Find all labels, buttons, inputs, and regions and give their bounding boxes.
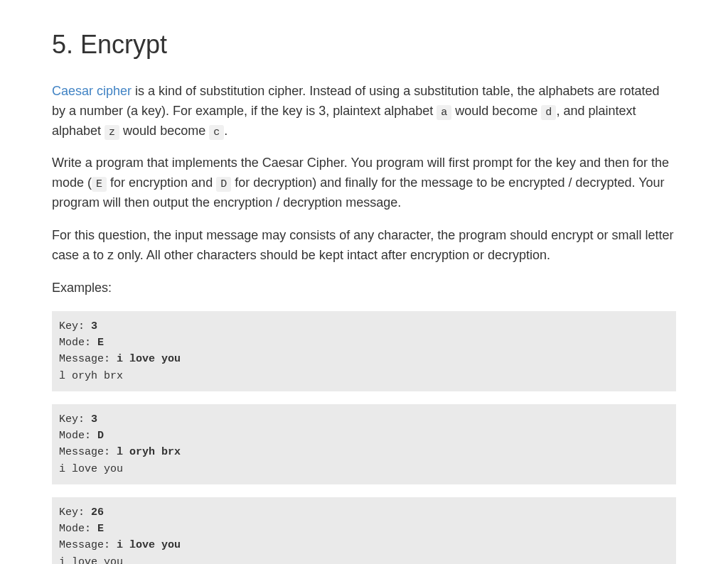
text: Mode: [59,430,97,442]
text: Key: [59,320,91,332]
code-inline: E [92,177,107,192]
constraints-paragraph: For this question, the input message may… [52,226,676,266]
input-value: l oryh brx [117,446,181,458]
text: Key: [59,413,91,425]
input-value: 3 [91,320,97,332]
page-title: 5. Encrypt [52,25,676,65]
text: Key: [59,506,91,519]
text: Message: [59,446,117,458]
code-inline: a [437,105,451,120]
input-value: E [97,337,104,349]
output-value: i love you [59,556,123,564]
code-inline: c [209,125,224,140]
example-block-1: Key: 3 Mode: E Message: i love you l ory… [52,311,676,391]
example-block-2: Key: 3 Mode: D Message: l oryh brx i lov… [52,404,676,484]
text: would become [451,104,541,118]
input-value: D [97,430,104,442]
code-inline: z [105,125,119,140]
text: Message: [59,353,117,365]
output-value: i love you [59,463,123,475]
input-value: i love you [117,539,181,551]
input-value: i love you [117,353,181,365]
input-value: 3 [91,413,97,425]
example-block-3: Key: 26 Mode: E Message: i love you i lo… [52,497,676,564]
text: for encryption and [107,175,216,190]
text: . [224,124,228,138]
code-inline: d [541,105,556,120]
code-inline: D [216,177,231,192]
text: would become [119,124,209,138]
intro-paragraph: Caesar cipher is a kind of substitution … [52,82,676,141]
instructions-paragraph: Write a program that implements the Caes… [52,153,676,213]
text: Mode: [59,523,97,535]
text: Message: [59,539,117,551]
output-value: l oryh brx [59,370,123,382]
text: Mode: [59,337,97,349]
caesar-cipher-link[interactable]: Caesar cipher [52,84,132,98]
input-value: E [97,523,104,535]
examples-label: Examples: [52,278,676,298]
input-value: 26 [91,506,104,519]
